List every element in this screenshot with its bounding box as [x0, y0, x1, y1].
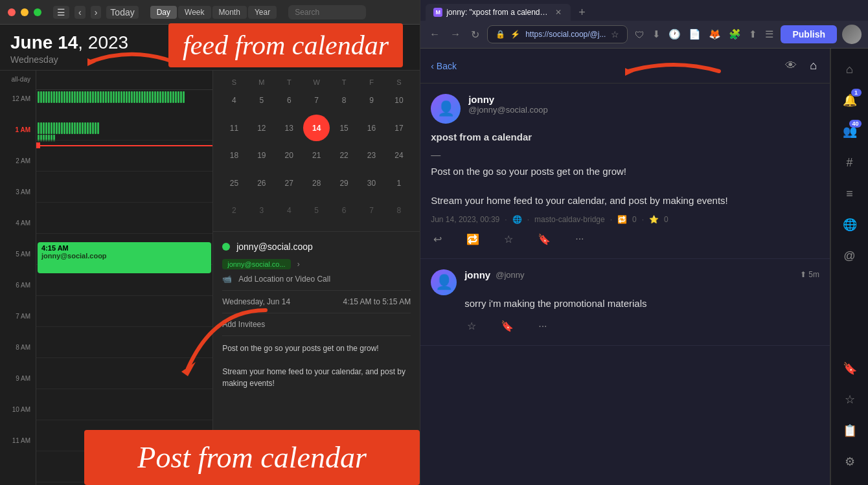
- sidebar-at-btn[interactable]: @: [837, 243, 863, 269]
- shield-icon-btn[interactable]: 🛡: [633, 28, 646, 41]
- sidebar-settings-btn[interactable]: ⚙: [837, 449, 863, 475]
- bookmark-btn[interactable]: 🔖: [535, 231, 553, 248]
- cal-day[interactable]: 23: [358, 142, 384, 168]
- download-icon-btn[interactable]: ⬇: [650, 27, 663, 41]
- user-avatar-btn[interactable]: [842, 25, 862, 44]
- cal-day[interactable]: 17: [386, 115, 412, 141]
- next-btn[interactable]: ›: [91, 6, 102, 19]
- cal-day[interactable]: 8: [386, 197, 412, 223]
- browser-tabs: M jonny: "xpost from a calendar ... ✕ +: [420, 0, 868, 21]
- tab-week[interactable]: Week: [178, 6, 211, 19]
- cal-day[interactable]: 4: [276, 197, 302, 223]
- forward-nav-btn[interactable]: →: [448, 27, 463, 41]
- sidebar-bookmark-btn[interactable]: 🔖: [837, 355, 863, 381]
- traffic-yellow[interactable]: [21, 8, 29, 16]
- cal-day[interactable]: 28: [303, 170, 329, 196]
- visibility-toggle[interactable]: 👁: [782, 56, 799, 75]
- search-input[interactable]: [288, 5, 366, 19]
- new-tab-btn[interactable]: +: [573, 6, 591, 19]
- cal-day[interactable]: 12: [249, 115, 275, 141]
- calendar-date: June 14, 2023: [10, 32, 409, 53]
- tab-month[interactable]: Month: [212, 6, 247, 19]
- tab-close-btn[interactable]: ✕: [554, 8, 563, 17]
- prev-btn[interactable]: ‹: [74, 6, 86, 19]
- reader-icon-btn[interactable]: 📄: [687, 27, 703, 41]
- sidebar-globe-btn[interactable]: 🌐: [837, 212, 863, 238]
- boost-btn[interactable]: 🔁: [464, 231, 482, 248]
- refresh-btn[interactable]: ↻: [468, 27, 482, 42]
- cal-day[interactable]: 9: [358, 87, 384, 113]
- cal-day[interactable]: 21: [303, 142, 329, 168]
- follow-requests-badge: 40: [849, 120, 861, 128]
- cal-day[interactable]: 10: [386, 87, 412, 113]
- cal-day[interactable]: 6: [276, 87, 302, 113]
- cal-day[interactable]: 11: [221, 115, 247, 141]
- cal-day[interactable]: 25: [221, 170, 247, 196]
- traffic-red[interactable]: [8, 8, 16, 16]
- cal-day[interactable]: 1: [386, 170, 412, 196]
- cal-day[interactable]: 19: [249, 142, 275, 168]
- active-tab[interactable]: M jonny: "xpost from a calendar ... ✕: [426, 4, 571, 21]
- star-bookmark-icon[interactable]: ☆: [611, 29, 619, 39]
- share-icon-btn[interactable]: ⬆: [747, 27, 759, 41]
- calendar-event[interactable]: 4:15 AM jonny@social.coop: [38, 242, 211, 273]
- sidebar-toggle[interactable]: ☰: [53, 6, 69, 19]
- publish-button[interactable]: Publish: [781, 25, 837, 43]
- post2-more-btn[interactable]: ···: [536, 318, 549, 335]
- post2-star-btn[interactable]: ☆: [464, 317, 479, 335]
- cal-day[interactable]: 30: [358, 170, 384, 196]
- cal-day[interactable]: 16: [358, 115, 384, 141]
- menu-icon-btn[interactable]: ☰: [763, 27, 775, 41]
- cal-day[interactable]: 29: [331, 170, 357, 196]
- add-location-row[interactable]: 📹 Add Location or Video Call: [222, 275, 411, 284]
- cal-day[interactable]: 6: [331, 197, 357, 223]
- cal-day[interactable]: 26: [249, 170, 275, 196]
- boost-icon: 🔁: [617, 215, 627, 224]
- sidebar-notifications-btn[interactable]: 🔔 1: [837, 87, 863, 113]
- tab-year[interactable]: Year: [248, 6, 277, 19]
- sidebar-lists-btn[interactable]: ≡: [837, 181, 863, 207]
- cal-day[interactable]: 22: [331, 142, 357, 168]
- cal-day[interactable]: 8: [331, 87, 357, 113]
- star-btn[interactable]: ☆: [501, 231, 516, 248]
- more-btn[interactable]: ···: [573, 231, 586, 247]
- post2-bookmark-btn[interactable]: 🔖: [498, 317, 516, 335]
- cal-day[interactable]: 3: [249, 197, 275, 223]
- tab-day[interactable]: Day: [150, 6, 177, 19]
- cal-day[interactable]: 24: [386, 142, 412, 168]
- cal-day[interactable]: 2: [221, 197, 247, 223]
- mini-calendar: S M T W T F S 4 5 6 7 8 9 10 11: [213, 71, 420, 232]
- sidebar-lists2-btn[interactable]: 📋: [837, 418, 863, 444]
- cal-day[interactable]: 7: [303, 87, 329, 113]
- cal-day[interactable]: 7: [358, 197, 384, 223]
- home-icon-btn[interactable]: ⌂: [807, 56, 819, 75]
- cal-day[interactable]: 20: [276, 142, 302, 168]
- cal-day-today[interactable]: 14: [303, 115, 329, 141]
- puzzle-icon-btn[interactable]: 🧩: [727, 27, 743, 41]
- history-icon-btn[interactable]: 🕐: [667, 27, 683, 41]
- cal-day[interactable]: 5: [249, 87, 275, 113]
- address-bar[interactable]: 🔒 ⚡ https://social.coop/@j... ☆: [487, 25, 628, 43]
- time-5am: 5 AM: [0, 251, 36, 282]
- cal-day[interactable]: 18: [221, 142, 247, 168]
- sidebar-explore-btn[interactable]: #: [837, 150, 863, 175]
- sidebar-favorites-btn[interactable]: ☆: [837, 387, 863, 412]
- cal-day[interactable]: 15: [331, 115, 357, 141]
- extension-icon-btn[interactable]: 🦊: [707, 27, 723, 41]
- avatar-1: 👤: [431, 94, 461, 124]
- back-nav-btn[interactable]: ←: [427, 27, 442, 41]
- cal-day[interactable]: 13: [276, 115, 302, 141]
- sidebar-home-btn[interactable]: ⌂: [837, 56, 863, 82]
- cal-day[interactable]: 4: [221, 87, 247, 113]
- back-button[interactable]: ‹ Back: [431, 61, 457, 71]
- event-time: 4:15 AM: [41, 244, 207, 252]
- traffic-green[interactable]: [34, 8, 41, 16]
- sidebar-follow-requests-btn[interactable]: 👥 40: [837, 118, 863, 144]
- today-btn[interactable]: Today: [106, 6, 138, 19]
- cal-day[interactable]: 5: [303, 197, 329, 223]
- add-invitees-row[interactable]: Add Invitees: [222, 320, 411, 329]
- cal-day[interactable]: 27: [276, 170, 302, 196]
- reply-btn[interactable]: ↩: [431, 231, 444, 248]
- allday-slot: all-day: [0, 76, 36, 95]
- boost-count: 0: [632, 215, 637, 224]
